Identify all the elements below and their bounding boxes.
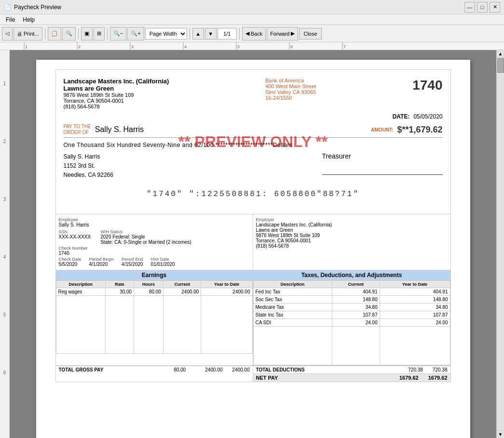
menu-file[interactable]: File <box>2 15 19 24</box>
company-phone: (818) 564-5678 <box>64 104 169 109</box>
amount-value: $**1,679.62 <box>397 125 442 135</box>
employer-sub: Lawns are Green <box>256 227 448 233</box>
stub-employer-section: Employer Landscape Masters Inc. (Califor… <box>253 214 450 270</box>
copy-button[interactable]: 📋 <box>48 27 61 40</box>
period-begin-label: Period Begin <box>89 257 114 262</box>
stub-content-row: Description Rate Hours Current Year to D… <box>56 280 450 365</box>
left-margin: 1 2 3 4 5 6 <box>0 50 10 438</box>
forward-nav-button[interactable]: Forward ▶ <box>267 27 298 40</box>
margin-6: 6 <box>3 368 6 426</box>
ded-ytd-4: 107.87 <box>380 311 450 319</box>
employer-phone: (818) 564-5678 <box>256 243 448 249</box>
margin-5: 5 <box>3 310 6 368</box>
zoom-out-button[interactable]: 🔍− <box>110 27 126 40</box>
total-ded-ytd: 720.38 <box>433 367 448 372</box>
total-gross-label: TOTAL GROSS PAY <box>59 367 104 372</box>
ded-row-5: CA SDI 24.00 24.00 <box>253 319 450 326</box>
main-area: 1 2 3 4 5 6 ** PREVIEW ONLY ** Landscape… <box>0 50 504 438</box>
svg-text:4: 4 <box>184 44 187 49</box>
check-num-label: Check Number <box>59 246 88 251</box>
company-info: Landscape Masters Inc. (California) Lawn… <box>64 78 169 109</box>
total-ded-row: TOTAL DEDUCTIONS 720.38 720.38 <box>253 366 450 373</box>
check-date-label: Check Date <box>59 257 82 262</box>
toolbar-back[interactable]: ◁ <box>2 27 13 40</box>
stub-table-header-row: Earnings Taxes, Deductions, and Adjustme… <box>56 270 450 280</box>
single-page-button[interactable]: ▣ <box>81 27 93 40</box>
earnings-header: Earnings <box>56 270 253 280</box>
svg-text:7: 7 <box>343 44 346 49</box>
ded-current-2: 148.80 <box>332 295 380 303</box>
pay-row: PAY TO THEORDER OF Sally S. Harris AMOUN… <box>64 124 443 138</box>
stub-deductions-section: Description Current Year to Date Fed Inc… <box>253 280 450 365</box>
company-addr1: 9876 West 189th St Suite 109 <box>64 92 169 98</box>
stub-earnings-section: Description Rate Hours Current Year to D… <box>56 280 253 365</box>
print-button[interactable]: 🖨 Print... <box>14 27 42 40</box>
ded-current-1: 404.91 <box>332 288 380 295</box>
margin-3: 3 <box>3 195 6 252</box>
earnings-col-desc: Description <box>56 280 106 288</box>
employer-name: Landscape Masters Inc. (California) <box>256 222 448 227</box>
scroll-up-button[interactable]: ▲ <box>497 50 504 58</box>
toolbar: ◁ 🖨 Print... 📋 🔍 ▣ ⊞ 🔍− 🔍+ Page Width ▲ … <box>0 25 504 42</box>
nav-down-button[interactable]: ▼ <box>205 28 217 40</box>
scrollbar[interactable]: ▲ ▼ <box>496 50 504 438</box>
ded-ytd-3: 34.80 <box>380 303 450 311</box>
ruler: 1 2 3 4 5 6 7 <box>0 42 504 50</box>
ssn-label: SSN <box>59 229 91 234</box>
ded-row-1: Fed Inc Tax 404.91 404.91 <box>253 288 450 295</box>
menu-help[interactable]: Help <box>19 15 39 24</box>
net-pay-ytd: 1679.62 <box>428 375 448 381</box>
treasurer-label: Treasurer <box>322 152 443 160</box>
scroll-area[interactable]: ** PREVIEW ONLY ** Landscape Masters Inc… <box>10 50 496 438</box>
payee-line2: Needles, CA 92266 <box>64 171 113 180</box>
wh-status-value: 2020 Federal: Single <box>100 234 191 239</box>
window-title: Paycheck Preview <box>14 4 61 11</box>
earnings-rate-1: 30.00 <box>106 288 134 295</box>
zoom-in-button[interactable]: 🔍+ <box>127 27 144 40</box>
nav-up-button[interactable]: ▲ <box>192 28 204 40</box>
close-button[interactable]: Close <box>299 28 321 40</box>
scrollbar-thumb[interactable] <box>497 58 504 73</box>
earnings-table: Description Rate Hours Current Year to D… <box>56 280 253 354</box>
page-input[interactable] <box>218 28 237 40</box>
total-ded-label: TOTAL DEDUCTIONS <box>256 367 305 372</box>
wh-state-value: State: CA: 0-Single or Married (2 income… <box>100 239 191 245</box>
hire-date-label: Hire Date <box>151 257 175 262</box>
ded-desc-2: Soc Sec Tax <box>253 295 332 303</box>
payee-name: Sally S. Harris <box>64 152 113 161</box>
zoom-select[interactable]: Page Width <box>145 28 187 40</box>
scroll-down-button[interactable]: ▼ <box>497 430 504 438</box>
payee-line1: 1152 3rd St. <box>64 161 113 171</box>
employer-label: Employer <box>256 217 448 222</box>
separator3 <box>107 28 108 40</box>
bank-routing: 16-24/1550 <box>265 95 316 101</box>
search-button[interactable]: 🔍 <box>62 27 76 40</box>
margin-1: 1 <box>3 79 6 137</box>
bank-city: Simi Valley CA 93065 <box>265 89 316 95</box>
close-window-button[interactable]: ✕ <box>490 2 500 13</box>
multi-page-button[interactable]: ⊞ <box>94 27 105 40</box>
maximize-button[interactable]: □ <box>477 2 488 13</box>
stub-total-right: TOTAL DEDUCTIONS 720.38 720.38 NET PAY 1… <box>253 366 450 382</box>
micr-line: "1740" ":1225508881: 6058800"88?71" <box>64 190 443 199</box>
back-nav-button[interactable]: ◀ Back <box>242 27 266 40</box>
check-date-value: 5/5/2020 <box>59 262 82 267</box>
earnings-desc-1: Reg wages <box>56 288 106 295</box>
date-label: DATE: <box>393 113 410 120</box>
separator1 <box>45 28 45 40</box>
earnings-col-headers: Description Rate Hours Current Year to D… <box>56 280 252 288</box>
total-gross-current: 2400.00 <box>205 367 222 372</box>
ded-current-3: 34.80 <box>332 303 380 311</box>
treasurer-signature-line <box>322 174 443 175</box>
check-num-value: 1740 <box>59 251 88 256</box>
company-addr2: Torrance, CA 90504-0001 <box>64 98 169 104</box>
check-top-row: Landscape Masters Inc. (California) Lawn… <box>64 78 443 109</box>
deductions-col-headers: Description Current Year to Date <box>253 280 450 288</box>
svg-text:3: 3 <box>131 44 134 49</box>
minimize-button[interactable]: — <box>464 2 475 13</box>
bank-address: 400 West Main Street <box>265 83 316 89</box>
svg-text:6: 6 <box>290 44 293 49</box>
ded-col-current: Current <box>332 280 380 288</box>
ded-row-2: Soc Sec Tax 148.80 148.80 <box>253 295 450 303</box>
menu-bar: File Help <box>0 14 504 25</box>
